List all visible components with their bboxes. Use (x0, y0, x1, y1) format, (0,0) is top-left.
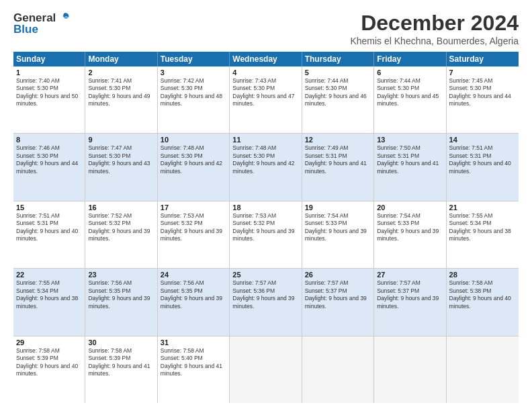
calendar-cell: 3Sunrise: 7:42 AM Sunset: 5:30 PM Daylig… (158, 66, 230, 133)
cell-info: Sunrise: 7:55 AM Sunset: 5:34 PM Dayligh… (16, 279, 82, 310)
day-number: 30 (88, 338, 154, 347)
cell-info: Sunrise: 7:57 AM Sunset: 5:37 PM Dayligh… (377, 279, 443, 310)
logo-bird-icon (56, 11, 71, 26)
day-number: 26 (305, 271, 371, 279)
day-number: 24 (161, 271, 226, 279)
calendar-cell: 19Sunrise: 7:54 AM Sunset: 5:33 PM Dayli… (302, 201, 374, 268)
calendar-cell (230, 336, 302, 403)
header-day-saturday: Saturday (447, 52, 519, 66)
calendar-cell: 24Sunrise: 7:56 AM Sunset: 5:35 PM Dayli… (158, 269, 230, 335)
cell-info: Sunrise: 7:48 AM Sunset: 5:30 PM Dayligh… (232, 144, 298, 175)
cell-info: Sunrise: 7:54 AM Sunset: 5:33 PM Dayligh… (377, 212, 443, 243)
header-day-friday: Friday (374, 52, 446, 66)
cell-info: Sunrise: 7:53 AM Sunset: 5:32 PM Dayligh… (232, 212, 298, 243)
calendar-row: 22Sunrise: 7:55 AM Sunset: 5:34 PM Dayli… (13, 269, 519, 336)
day-number: 9 (88, 136, 154, 144)
day-number: 1 (16, 68, 82, 77)
calendar-cell (302, 336, 374, 403)
calendar-row: 8Sunrise: 7:46 AM Sunset: 5:30 PM Daylig… (13, 134, 519, 201)
day-number: 17 (161, 203, 226, 212)
cell-info: Sunrise: 7:56 AM Sunset: 5:35 PM Dayligh… (161, 279, 226, 310)
calendar-cell: 9Sunrise: 7:47 AM Sunset: 5:30 PM Daylig… (85, 134, 157, 200)
cell-info: Sunrise: 7:53 AM Sunset: 5:32 PM Dayligh… (161, 212, 226, 243)
cell-info: Sunrise: 7:58 AM Sunset: 5:40 PM Dayligh… (161, 347, 226, 378)
calendar-cell: 6Sunrise: 7:44 AM Sunset: 5:30 PM Daylig… (374, 66, 446, 133)
header: General Blue December 2024 Khemis el Khe… (13, 11, 519, 46)
calendar-row: 15Sunrise: 7:51 AM Sunset: 5:31 PM Dayli… (13, 201, 519, 269)
day-number: 27 (377, 271, 443, 279)
day-number: 8 (16, 136, 82, 144)
page: General Blue December 2024 Khemis el Khe… (0, 0, 532, 411)
cell-info: Sunrise: 7:51 AM Sunset: 5:31 PM Dayligh… (449, 144, 516, 175)
cell-info: Sunrise: 7:47 AM Sunset: 5:30 PM Dayligh… (88, 144, 154, 175)
header-day-thursday: Thursday (302, 52, 374, 66)
calendar-cell: 25Sunrise: 7:57 AM Sunset: 5:36 PM Dayli… (230, 269, 302, 335)
calendar-cell: 15Sunrise: 7:51 AM Sunset: 5:31 PM Dayli… (13, 201, 85, 268)
header-day-monday: Monday (85, 52, 157, 66)
calendar-cell: 4Sunrise: 7:43 AM Sunset: 5:30 PM Daylig… (230, 66, 302, 133)
day-number: 31 (161, 338, 226, 347)
calendar-header: SundayMondayTuesdayWednesdayThursdayFrid… (13, 52, 519, 66)
calendar-cell: 26Sunrise: 7:57 AM Sunset: 5:37 PM Dayli… (302, 269, 374, 335)
calendar-cell: 13Sunrise: 7:50 AM Sunset: 5:31 PM Dayli… (374, 134, 446, 200)
cell-info: Sunrise: 7:50 AM Sunset: 5:31 PM Dayligh… (377, 144, 443, 175)
day-number: 29 (16, 338, 82, 347)
calendar-cell (447, 336, 519, 403)
cell-info: Sunrise: 7:58 AM Sunset: 5:38 PM Dayligh… (449, 279, 516, 310)
calendar-cell: 11Sunrise: 7:48 AM Sunset: 5:30 PM Dayli… (230, 134, 302, 200)
cell-info: Sunrise: 7:44 AM Sunset: 5:30 PM Dayligh… (305, 77, 371, 108)
day-number: 3 (161, 68, 226, 77)
calendar-cell: 18Sunrise: 7:53 AM Sunset: 5:32 PM Dayli… (230, 201, 302, 268)
cell-info: Sunrise: 7:51 AM Sunset: 5:31 PM Dayligh… (16, 212, 82, 243)
calendar-cell: 21Sunrise: 7:55 AM Sunset: 5:34 PM Dayli… (447, 201, 519, 268)
logo-blue: Blue (13, 23, 38, 36)
calendar-cell: 27Sunrise: 7:57 AM Sunset: 5:37 PM Dayli… (374, 269, 446, 335)
header-day-tuesday: Tuesday (158, 52, 230, 66)
cell-info: Sunrise: 7:58 AM Sunset: 5:39 PM Dayligh… (88, 347, 154, 378)
day-number: 11 (232, 136, 298, 144)
day-number: 20 (377, 203, 443, 212)
cell-info: Sunrise: 7:56 AM Sunset: 5:35 PM Dayligh… (88, 279, 154, 310)
day-number: 22 (16, 271, 82, 279)
location: Khemis el Khechna, Boumerdes, Algeria (350, 36, 519, 46)
cell-info: Sunrise: 7:57 AM Sunset: 5:36 PM Dayligh… (232, 279, 298, 310)
calendar: SundayMondayTuesdayWednesdayThursdayFrid… (13, 52, 519, 403)
calendar-cell: 10Sunrise: 7:48 AM Sunset: 5:30 PM Dayli… (158, 134, 230, 200)
day-number: 23 (88, 271, 154, 279)
day-number: 16 (88, 203, 154, 212)
day-number: 25 (232, 271, 298, 279)
calendar-cell: 31Sunrise: 7:58 AM Sunset: 5:40 PM Dayli… (158, 336, 230, 403)
day-number: 14 (449, 136, 516, 144)
calendar-cell: 17Sunrise: 7:53 AM Sunset: 5:32 PM Dayli… (158, 201, 230, 268)
day-number: 10 (161, 136, 226, 144)
calendar-cell: 7Sunrise: 7:45 AM Sunset: 5:30 PM Daylig… (447, 66, 519, 133)
cell-info: Sunrise: 7:41 AM Sunset: 5:30 PM Dayligh… (88, 77, 154, 108)
day-number: 2 (88, 68, 154, 77)
calendar-cell: 30Sunrise: 7:58 AM Sunset: 5:39 PM Dayli… (85, 336, 157, 403)
day-number: 7 (449, 68, 516, 77)
cell-info: Sunrise: 7:57 AM Sunset: 5:37 PM Dayligh… (305, 279, 371, 310)
cell-info: Sunrise: 7:45 AM Sunset: 5:30 PM Dayligh… (449, 77, 516, 108)
calendar-body: 1Sunrise: 7:40 AM Sunset: 5:30 PM Daylig… (13, 66, 519, 403)
calendar-cell: 12Sunrise: 7:49 AM Sunset: 5:31 PM Dayli… (302, 134, 374, 200)
header-day-wednesday: Wednesday (230, 52, 302, 66)
day-number: 6 (377, 68, 443, 77)
day-number: 5 (305, 68, 371, 77)
day-number: 28 (449, 271, 516, 279)
cell-info: Sunrise: 7:58 AM Sunset: 5:39 PM Dayligh… (16, 347, 82, 378)
calendar-cell: 5Sunrise: 7:44 AM Sunset: 5:30 PM Daylig… (302, 66, 374, 133)
day-number: 4 (232, 68, 298, 77)
cell-info: Sunrise: 7:49 AM Sunset: 5:31 PM Dayligh… (305, 144, 371, 175)
calendar-cell: 1Sunrise: 7:40 AM Sunset: 5:30 PM Daylig… (13, 66, 85, 133)
calendar-cell: 14Sunrise: 7:51 AM Sunset: 5:31 PM Dayli… (447, 134, 519, 200)
calendar-row: 29Sunrise: 7:58 AM Sunset: 5:39 PM Dayli… (13, 336, 519, 403)
calendar-cell: 2Sunrise: 7:41 AM Sunset: 5:30 PM Daylig… (85, 66, 157, 133)
calendar-row: 1Sunrise: 7:40 AM Sunset: 5:30 PM Daylig… (13, 66, 519, 134)
cell-info: Sunrise: 7:42 AM Sunset: 5:30 PM Dayligh… (161, 77, 226, 108)
day-number: 19 (305, 203, 371, 212)
calendar-cell: 28Sunrise: 7:58 AM Sunset: 5:38 PM Dayli… (447, 269, 519, 335)
cell-info: Sunrise: 7:54 AM Sunset: 5:33 PM Dayligh… (305, 212, 371, 243)
day-number: 18 (232, 203, 298, 212)
calendar-cell: 23Sunrise: 7:56 AM Sunset: 5:35 PM Dayli… (85, 269, 157, 335)
calendar-cell: 16Sunrise: 7:52 AM Sunset: 5:32 PM Dayli… (85, 201, 157, 268)
